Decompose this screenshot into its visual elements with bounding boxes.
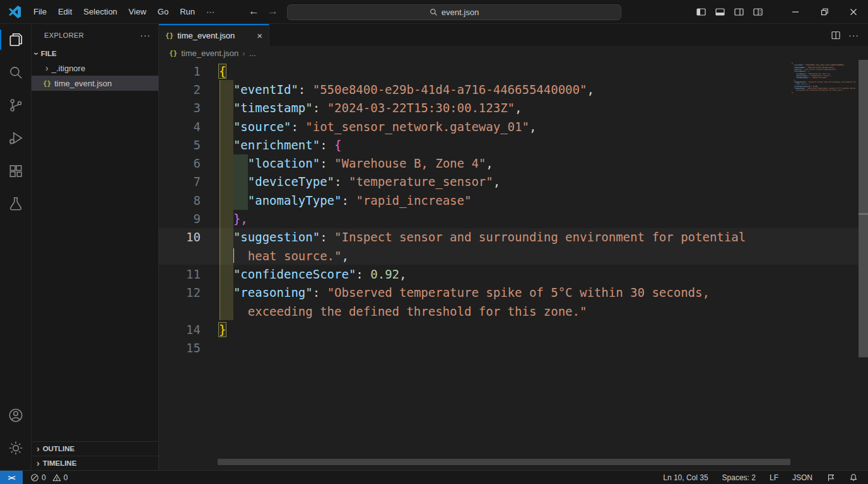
tab-close-icon[interactable]: × [257,30,262,41]
close-window-button[interactable] [839,0,868,24]
outline-label: OUTLINE [43,445,74,452]
extensions-icon[interactable] [0,155,32,187]
search-sidebar-icon[interactable] [0,57,32,88]
line-number: 4 [159,120,201,134]
warnings-count: 0 [64,473,68,482]
toggle-primary-sidebar-icon[interactable] [696,7,707,17]
code-line[interactable]: heat source.", [159,246,868,265]
problems-status[interactable]: 0 0 [30,473,67,482]
code-line[interactable]: 2 "eventId": "550e8400-e29b-41d4-a716-44… [159,80,868,98]
tab-time-event-json[interactable]: {} time_event.json × [159,24,269,46]
feedback-icon[interactable] [826,473,835,482]
tree-item-label: _.itignore [52,64,85,73]
menu-file[interactable]: File [28,4,52,19]
toggle-panel-icon[interactable] [715,7,725,17]
menu-go[interactable]: Go [152,4,174,19]
code-line[interactable]: 8 "anomalyType": "rapid_increase" [159,191,868,209]
code-line[interactable]: 14} [159,320,868,338]
json-file-icon: {} [165,32,173,40]
code-line[interactable]: 10 "suggestion": "Inspect sensor and sur… [159,228,868,246]
notifications-bell-icon[interactable] [849,473,858,482]
code-line[interactable]: 6 "location": "Warehouse B, Zone 4", [159,154,868,172]
code-editor[interactable]: 1{2 "eventId": "550e8400-e29b-41d4-a716-… [159,60,868,470]
title-bar: File Edit Selection View Go Run ··· ← → … [0,0,868,24]
remote-indicator-icon[interactable]: >< [0,471,23,484]
code-line[interactable]: 9 }, [159,209,868,228]
breadcrumb[interactable]: {} time_event.json › ... [159,46,868,60]
toggle-secondary-sidebar-icon[interactable] [734,7,744,17]
code-line[interactable]: 11 "confidenceScore": 0.92, [159,265,868,283]
chevron-right-icon: › [37,459,40,468]
warnings-icon [52,473,61,482]
breadcrumb-symbol[interactable]: ... [249,49,256,58]
explorer-header: EXPLORER ··· [32,24,158,46]
line-number: 9 [159,212,201,226]
explorer-more-actions[interactable]: ··· [140,30,151,40]
split-editor-icon[interactable] [831,30,841,40]
indentation-status[interactable]: Spaces: 2 [722,473,756,482]
testing-icon[interactable] [0,188,32,219]
code-line[interactable]: exceeding the defined threshold for this… [159,302,868,320]
tree-item-time-event-json[interactable]: {} time_event.json [32,76,158,91]
line-number: 1 [159,64,201,78]
chevron-right-icon: › [45,64,49,72]
horizontal-scrollbar[interactable] [218,459,790,465]
line-number: 12 [159,285,201,299]
breadcrumb-file[interactable]: time_event.json [181,49,238,58]
activity-bar [0,24,32,470]
menu-selection[interactable]: Selection [78,4,122,19]
code-line[interactable]: 1{ [159,62,868,80]
menu-more[interactable]: ··· [201,4,220,19]
line-number: 8 [159,193,201,207]
timeline-panel-header[interactable]: › TIMELINE [32,456,158,470]
chevron-right-icon: › [37,444,40,453]
minimap-content: { "eventId": "550e8400-e29b-41d4-a716-44… [792,62,856,94]
line-number: 6 [159,156,201,170]
explorer-sidebar: EXPLORER ··· › FILE › _.itignore {} time… [32,24,159,470]
code-line[interactable]: 15 [159,338,868,357]
code-line[interactable]: 12 "reasoning": "Observed temperature sp… [159,284,868,302]
search-input[interactable]: event.json [287,4,621,20]
restore-button[interactable] [810,0,839,24]
menu-view[interactable]: View [123,4,152,19]
tab-bar: {} time_event.json × ··· [159,24,868,46]
line-number: 11 [159,267,201,281]
line-number: 2 [159,83,201,96]
editor-more-actions[interactable]: ··· [848,30,859,40]
source-control-icon[interactable] [0,89,32,121]
minimize-button[interactable] [781,0,810,24]
sidebar-bottom-panels: › OUTLINE › TIMELINE [32,441,158,470]
json-file-icon: {} [43,79,51,88]
run-and-debug-icon[interactable] [0,122,32,154]
language-mode-status[interactable]: JSON [792,473,812,482]
errors-icon [30,473,39,482]
account-icon[interactable] [0,400,32,431]
navigate-forward-icon[interactable]: → [267,5,278,18]
outline-panel-header[interactable]: › OUTLINE [32,441,158,456]
code-line[interactable]: 4 "source": "iot_sensor_network.gateway_… [159,117,868,135]
section-file-header[interactable]: › FILE [32,46,158,60]
breadcrumb-separator-icon: › [242,49,245,58]
menu-edit[interactable]: Edit [52,4,78,19]
navigate-back-icon[interactable]: ← [249,5,259,18]
line-number: 5 [159,138,201,152]
code-line[interactable]: 5 "enrichment": { [159,135,868,154]
code-rows: 1{2 "eventId": "550e8400-e29b-41d4-a716-… [159,60,868,357]
customize-layout-icon[interactable] [753,7,763,17]
chevron-down-icon: › [32,52,41,55]
tree-item-itignore[interactable]: › _.itignore [32,60,158,76]
menu-run[interactable]: Run [174,4,201,19]
code-line[interactable]: 7 "deviceType": "temperature_sensor", [159,173,868,191]
errors-count: 0 [42,473,46,482]
timeline-label: TIMELINE [43,459,77,467]
eol-status[interactable]: LF [770,473,778,482]
cursor-position-status[interactable]: Ln 10, Col 35 [663,473,708,482]
line-number: 7 [159,175,201,188]
settings-gear-icon[interactable] [0,432,32,464]
vertical-scrollbar[interactable] [859,60,868,357]
code-line[interactable]: 3 "timestamp": "2024-03-22T15:30:00.123Z… [159,99,868,117]
search-icon [430,8,438,16]
explorer-icon[interactable] [0,24,32,55]
line-number: 15 [159,341,201,355]
minimap[interactable]: { "eventId": "550e8400-e29b-41d4-a716-44… [792,62,856,94]
